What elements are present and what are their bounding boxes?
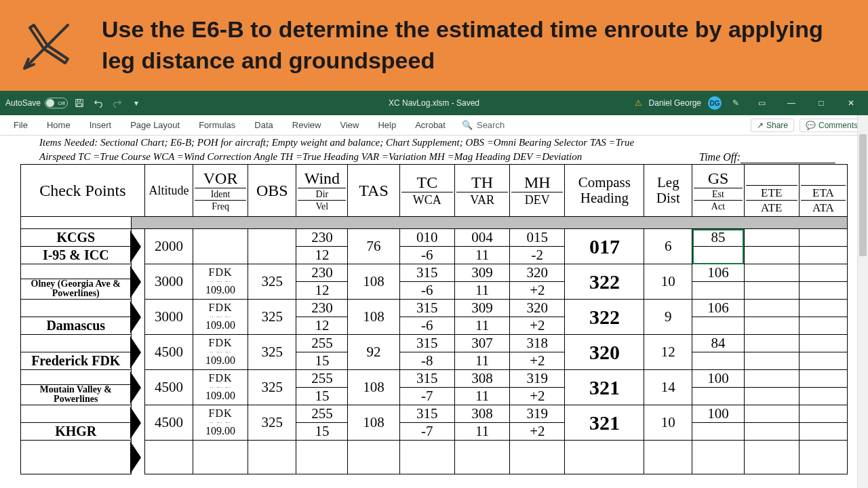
cell-gs[interactable]: 85 (692, 229, 744, 264)
cell-gs[interactable]: 100 (692, 405, 744, 441)
cell-wind[interactable]: 25515 (296, 405, 348, 441)
checkpoint-pair[interactable]: Frederick FDK (21, 335, 132, 370)
cell-mh-dev[interactable]: 320+2 (510, 264, 565, 300)
autosave-toggle[interactable]: AutoSave Off (5, 98, 68, 108)
cell-leg-dist[interactable]: 9 (644, 300, 692, 335)
checkpoint-pair[interactable]: KHGR (21, 405, 132, 441)
cell-wind[interactable]: 23012 (296, 300, 348, 335)
draw-icon[interactable]: ✎ (728, 96, 743, 110)
cell-altitude[interactable]: 3000 (144, 264, 193, 300)
cell-gs[interactable]: 84 (692, 335, 744, 370)
cell-gs[interactable]: 100 (692, 370, 744, 405)
tab-page-layout[interactable]: Page Layout (121, 115, 189, 135)
tab-insert[interactable]: Insert (80, 115, 121, 135)
checkpoint-pair[interactable]: Olney (Georgia Ave & Powerlines) (21, 264, 132, 300)
cell-tas[interactable]: 108 (348, 370, 399, 405)
cell-eta[interactable] (799, 229, 847, 264)
share-button[interactable]: ↗Share (751, 119, 794, 132)
cell-compass-heading[interactable]: 321 (565, 405, 644, 441)
cell-compass-heading[interactable]: 322 (565, 300, 644, 335)
cell-compass-heading[interactable]: 322 (565, 264, 644, 300)
maximize-icon[interactable]: □ (810, 94, 833, 113)
tab-home[interactable]: Home (37, 115, 80, 135)
cell-ete[interactable] (744, 370, 799, 405)
comments-button[interactable]: 💬Comments (800, 119, 864, 132)
cell-wind[interactable]: 23012 (296, 264, 348, 300)
cell-mh-dev[interactable]: 320+2 (510, 300, 565, 335)
tell-me-search[interactable]: 🔍 Search (455, 120, 505, 130)
cell-tas[interactable]: 108 (348, 300, 399, 335)
undo-icon[interactable] (91, 96, 106, 110)
ribbon-display-icon[interactable]: ▭ (750, 94, 773, 113)
cell-vor[interactable]: FDK·· −· −·109.00 (193, 335, 248, 370)
cell-eta[interactable] (799, 405, 847, 441)
user-name[interactable]: Daniel George (649, 98, 701, 108)
tab-acrobat[interactable]: Acrobat (406, 115, 455, 135)
tab-help[interactable]: Help (368, 115, 406, 135)
cell-obs[interactable]: 325 (248, 335, 296, 370)
cell-mh-dev[interactable]: 015-2 (510, 229, 565, 264)
cell-altitude[interactable]: 4500 (144, 335, 193, 370)
cell-tas[interactable]: 108 (348, 264, 399, 300)
cell-tas[interactable]: 108 (348, 405, 399, 441)
cell-eta[interactable] (799, 335, 847, 370)
vertical-scrollbar[interactable] (857, 115, 868, 488)
cell-gs[interactable]: 106 (692, 300, 744, 335)
cell-leg-dist[interactable]: 6 (644, 229, 692, 264)
cell-mh-dev[interactable]: 318+2 (510, 335, 565, 370)
cell-altitude[interactable]: 3000 (144, 300, 193, 335)
cell-compass-heading[interactable]: 017 (565, 229, 644, 264)
toggle-off-icon[interactable]: Off (45, 98, 68, 108)
cell-eta[interactable] (799, 370, 847, 405)
checkpoint-pair[interactable]: Damascus (21, 300, 132, 335)
cell-th-var[interactable]: 30811 (454, 370, 509, 405)
cell-altitude[interactable]: 2000 (144, 229, 193, 264)
minimize-icon[interactable]: — (780, 94, 803, 113)
cell-leg-dist[interactable]: 10 (644, 264, 692, 300)
cell-obs[interactable] (248, 229, 296, 264)
cell-th-var[interactable]: 30811 (454, 405, 509, 441)
cell-vor[interactable]: FDK·· −· −·109.00 (193, 264, 248, 300)
tab-review[interactable]: Review (283, 115, 331, 135)
cell-th-var[interactable]: 30911 (454, 300, 509, 335)
checkpoint-pair[interactable]: KCGS I-95 & ICC (21, 229, 132, 264)
cell-tc-wca[interactable]: 315-7 (399, 370, 454, 405)
cell-altitude[interactable]: 4500 (144, 370, 193, 405)
cell-vor[interactable]: FDK·· −· −·109.00 (193, 370, 248, 405)
cell-leg-dist[interactable]: 12 (644, 335, 692, 370)
cell-ete[interactable] (744, 300, 799, 335)
cell-altitude[interactable]: 4500 (144, 405, 193, 441)
cell-tas[interactable]: 76 (348, 229, 399, 264)
cell-eta[interactable] (799, 264, 847, 300)
qat-customize-icon[interactable]: ▾ (129, 96, 144, 110)
cell-obs[interactable]: 325 (248, 300, 296, 335)
cell-mh-dev[interactable]: 319+2 (510, 370, 565, 405)
checkpoint-pair[interactable]: Moutain Valley & Powerlines (21, 370, 132, 405)
cell-wind[interactable]: 23012 (296, 229, 348, 264)
cell-compass-heading[interactable]: 320 (565, 335, 644, 370)
checkpoint-pair[interactable] (21, 441, 132, 474)
cell-tas[interactable]: 92 (348, 335, 399, 370)
cell-tc-wca[interactable]: 315-6 (399, 300, 454, 335)
redo-icon[interactable] (110, 96, 125, 110)
cell-vor[interactable]: FDK·· −· −·109.00 (193, 300, 248, 335)
tab-view[interactable]: View (330, 115, 368, 135)
save-icon[interactable] (72, 96, 87, 110)
cell-gs[interactable]: 106 (692, 264, 744, 300)
tab-formulas[interactable]: Formulas (189, 115, 245, 135)
cell-wind[interactable]: 25515 (296, 335, 348, 370)
cell-wind[interactable]: 25515 (296, 370, 348, 405)
worksheet-area[interactable]: Items Needed: Sectional Chart; E6-B; POH… (0, 136, 868, 474)
cell-ete[interactable] (744, 229, 799, 264)
cell-eta[interactable] (799, 300, 847, 335)
user-avatar[interactable]: DG (708, 96, 722, 110)
cell-obs[interactable]: 325 (248, 264, 296, 300)
cell-tc-wca[interactable]: 315-6 (399, 264, 454, 300)
cell-th-var[interactable]: 30711 (454, 335, 509, 370)
cell-vor[interactable]: FDK·· −· −·109.00 (193, 405, 248, 441)
cell-obs[interactable]: 325 (248, 370, 296, 405)
cell-tc-wca[interactable]: 315-7 (399, 405, 454, 441)
cell-th-var[interactable]: 30911 (454, 264, 509, 300)
cell-mh-dev[interactable]: 319+2 (510, 405, 565, 441)
cell-tc-wca[interactable]: 315-8 (399, 335, 454, 370)
